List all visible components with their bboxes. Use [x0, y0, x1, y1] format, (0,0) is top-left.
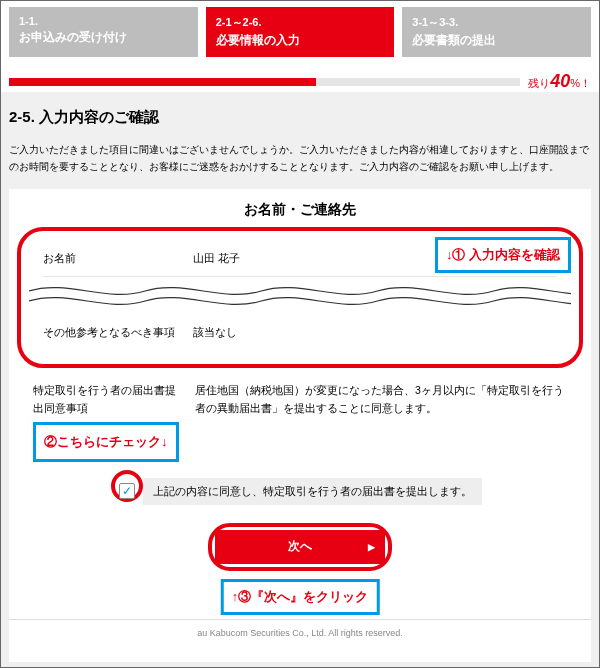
annotation-2: ②こちらにチェック↓ — [33, 422, 179, 462]
progress-text: 残り40%！ — [528, 71, 591, 92]
step-title: 必要情報の入力 — [216, 32, 385, 49]
step-title: お申込みの受け付け — [19, 29, 188, 46]
consent-checkbox[interactable]: ✓ — [119, 483, 135, 499]
step-code: 1-1. — [19, 15, 188, 27]
confirmation-card: お名前・ご連絡先 ↓① 入力内容を確認 お名前 山田 花子 その他参考となるべき… — [9, 189, 591, 662]
caret-right-icon: ▶ — [368, 542, 375, 552]
step-2: 2-1～2-6. 必要情報の入力 — [206, 7, 395, 57]
annotation-1: ↓① 入力内容を確認 — [435, 237, 571, 273]
step-3: 3-1～3-3. 必要書類の提出 — [402, 7, 591, 57]
next-button-highlight: 次へ ▶ — [208, 523, 392, 571]
step-code: 2-1～2-6. — [216, 15, 385, 30]
step-1: 1-1. お申込みの受け付け — [9, 7, 198, 57]
next-button-label: 次へ — [288, 538, 312, 555]
checkbox-wrap: ✓ 上記の内容に同意し、特定取引を行う者の届出書を提出します。 — [119, 478, 482, 505]
consent-label: 特定取引を行う者の届出書提出同意事項 — [33, 382, 183, 418]
next-button[interactable]: 次へ ▶ — [215, 530, 385, 564]
content-highlight: ↓① 入力内容を確認 お名前 山田 花子 その他参考となるべき事項 該当なし — [17, 227, 583, 368]
checkbox-label: 上記の内容に同意し、特定取引を行う者の届出書を提出します。 — [143, 478, 482, 505]
footer-copyright: au Kabucom Securities Co., Ltd. All righ… — [9, 619, 591, 644]
row-other: その他参考となるべき事項 該当なし — [29, 315, 571, 350]
progress: 残り40%！ — [9, 71, 591, 92]
progress-percent: 40 — [550, 71, 570, 91]
consent-section: 特定取引を行う者の届出書提出同意事項 居住地国（納税地国）が変更になった場合、3… — [9, 368, 591, 418]
progress-bar — [9, 78, 520, 86]
checkbox-row: ✓ 上記の内容に同意し、特定取引を行う者の届出書を提出します。 — [9, 478, 591, 505]
step-code: 3-1～3-3. — [412, 15, 581, 30]
card-title: お名前・ご連絡先 — [9, 201, 591, 219]
other-label: その他参考となるべき事項 — [43, 325, 193, 340]
progress-unit: %！ — [570, 77, 591, 89]
section-title: 2-5. 入力内容のご確認 — [9, 108, 591, 127]
progress-label: 残り — [528, 77, 550, 89]
other-value: 該当なし — [193, 325, 557, 340]
next-section: 次へ ▶ ↑③『次へ』をクリック — [9, 523, 591, 571]
name-label: お名前 — [43, 251, 193, 266]
step-indicator: 1-1. お申込みの受け付け 2-1～2-6. 必要情報の入力 3-1～3-3.… — [9, 7, 591, 57]
consent-text: 居住地国（納税地国）が変更になった場合、3ヶ月以内に「特定取引を行う者の異動届出… — [195, 382, 567, 418]
progress-fill — [9, 78, 316, 86]
step-title: 必要書類の提出 — [412, 32, 581, 49]
confirmation-note: ご入力いただきました項目に間違いはございませんでしょうか。ご入力いただきました内… — [9, 141, 591, 175]
ellipsis-wave-icon — [29, 277, 571, 311]
annotation-3: ↑③『次へ』をクリック — [221, 579, 380, 615]
